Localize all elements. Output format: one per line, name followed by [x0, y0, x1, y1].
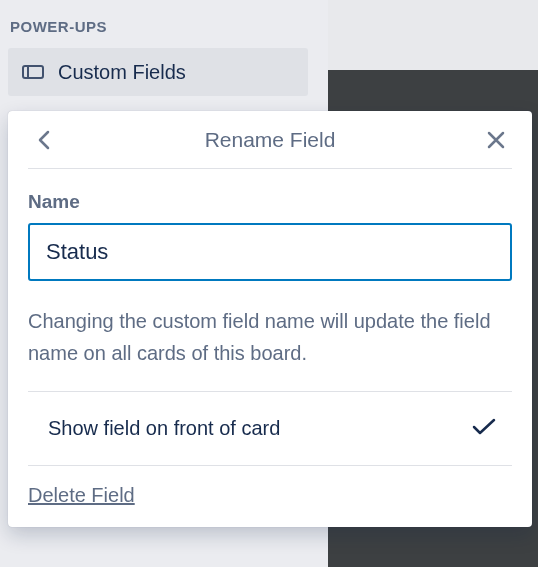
powerup-custom-fields[interactable]: Custom Fields: [8, 48, 308, 96]
back-button[interactable]: [28, 124, 60, 156]
rename-field-popover: Rename Field Name Changing the custom fi…: [8, 111, 532, 527]
help-text: Changing the custom field name will upda…: [28, 305, 512, 392]
toggle-label: Show field on front of card: [48, 417, 280, 440]
name-label: Name: [28, 191, 512, 213]
powerups-section-title: POWER-UPS: [10, 18, 107, 35]
popover-title: Rename Field: [205, 128, 336, 152]
powerup-label: Custom Fields: [58, 61, 186, 84]
check-icon: [472, 418, 496, 440]
chevron-left-icon: [37, 129, 51, 151]
field-name-input[interactable]: [28, 223, 512, 281]
close-icon: [486, 130, 506, 150]
delete-field-link[interactable]: Delete Field: [28, 484, 135, 507]
content-background-top: [328, 0, 538, 70]
custom-fields-icon: [22, 65, 44, 79]
close-button[interactable]: [480, 124, 512, 156]
popover-header: Rename Field: [28, 111, 512, 169]
svg-rect-0: [23, 66, 43, 78]
show-on-front-toggle[interactable]: Show field on front of card: [28, 392, 512, 466]
